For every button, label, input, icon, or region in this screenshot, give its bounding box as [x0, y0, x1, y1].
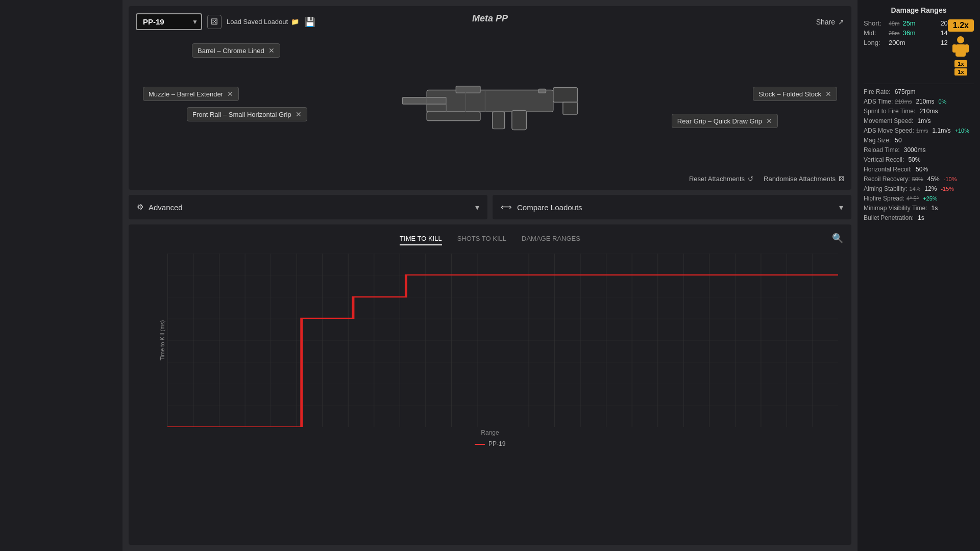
- svg-rect-38: [955, 44, 966, 57]
- tab-time-to-kill[interactable]: TIME TO KILL: [400, 233, 442, 245]
- long-value: 12: [940, 39, 947, 46]
- stat-aiming-stability: Aiming Stability: 14% 12% -15%: [864, 185, 974, 192]
- svg-rect-1: [403, 97, 447, 104]
- svg-rect-6: [493, 112, 505, 129]
- short-orig: 49m: [889, 20, 899, 27]
- barrel-label: Barrel – Chrome Lined: [198, 47, 264, 55]
- weapon-panel: PP-19 ▼ ⚄ Load Saved Loadout 📁 Meta PP 💾…: [129, 6, 851, 190]
- bullet-pen-value: 1s: [918, 214, 924, 221]
- randomise-icon: ⚄: [839, 175, 844, 183]
- damage-ranges-header: Damage Ranges: [864, 6, 974, 14]
- weapon-select[interactable]: PP-19: [136, 13, 202, 30]
- aiming-stability-new: 12%: [924, 185, 937, 192]
- mag-size-value: 50: [895, 137, 901, 144]
- chart-legend: PP-19: [137, 440, 843, 447]
- ads-move-orig: 1m/s: [916, 128, 928, 134]
- rear-grip-label: Rear Grip – Quick Draw Grip: [677, 117, 762, 125]
- barrel-remove-icon[interactable]: ✕: [268, 46, 275, 55]
- stat-hipfire: Hipfire Spread: 4° 5° +25%: [864, 195, 974, 202]
- stat-bullet-pen: Bullet Penetration: 1s: [864, 214, 974, 221]
- short-value: 20: [940, 19, 947, 27]
- legend-weapon-name: PP-19: [488, 440, 505, 447]
- svg-rect-5: [512, 110, 527, 130]
- load-saved-button[interactable]: Load Saved Loadout 📁: [227, 18, 299, 26]
- stat-sprint-fire: Sprint to Fire Time: 210ms: [864, 108, 974, 115]
- stats-list: Fire Rate: 675rpm ADS Time: 210ms 210ms …: [864, 88, 974, 221]
- zoom-icon[interactable]: 🔍: [832, 233, 843, 244]
- reload-value: 3000ms: [904, 146, 926, 154]
- damage-row-long: Long: 200m 12: [864, 39, 948, 46]
- chart-panel: TIME TO KILL SHOTS TO KILL DAMAGE RANGES…: [129, 224, 851, 545]
- barrel-attachment-tag[interactable]: Barrel – Chrome Lined ✕: [192, 43, 280, 58]
- svg-rect-12: [538, 89, 546, 93]
- vert-recoil-label: Vertical Recoil:: [864, 156, 904, 163]
- recoil-recovery-label: Recoil Recovery:: [864, 176, 910, 183]
- tab-shots-to-kill[interactable]: SHOTS TO KILL: [457, 233, 506, 245]
- mid-label: Mid:: [864, 29, 887, 37]
- long-new: 200m: [889, 39, 905, 46]
- chart-tabs: TIME TO KILL SHOTS TO KILL DAMAGE RANGES…: [137, 233, 843, 245]
- save-icon[interactable]: 💾: [304, 16, 315, 28]
- weapon-actions-row: Reset Attachments ↺ Randomise Attachment…: [136, 175, 844, 183]
- aiming-stability-label: Aiming Stability:: [864, 185, 907, 192]
- aiming-stability-delta: -15%: [941, 186, 954, 192]
- ads-move-delta: +10%: [955, 128, 969, 134]
- rear-grip-remove-icon[interactable]: ✕: [766, 117, 772, 125]
- long-label: Long:: [864, 39, 887, 46]
- minimap-label: Minimap Visibility Time:: [864, 205, 927, 212]
- recoil-recovery-new: 45%: [927, 176, 940, 183]
- damage-ranges-top: Short: 49m 25m 20 Mid: 28m 36m 14 Long: …: [864, 19, 974, 76]
- weapon-selector-row: PP-19 ▼ ⚄ Load Saved Loadout 📁 Meta PP 💾…: [136, 13, 844, 30]
- legend-item: PP-19: [475, 440, 506, 447]
- movement-value: 1m/s: [917, 117, 930, 124]
- weapon-select-wrap[interactable]: PP-19 ▼: [136, 13, 202, 30]
- svg-rect-4: [563, 102, 578, 114]
- stats-panel: Damage Ranges Short: 49m 25m 20 Mid: 28m…: [857, 0, 980, 551]
- dice-icon[interactable]: ⚄: [207, 15, 222, 29]
- vert-recoil-value: 50%: [908, 156, 920, 163]
- stat-vert-recoil: Vertical Recoil: 50%: [864, 156, 974, 163]
- stat-divider-1: [864, 84, 974, 84]
- minimap-value: 1s: [931, 205, 938, 212]
- short-label: Short:: [864, 19, 887, 27]
- small-badges: 1x 1x: [954, 60, 967, 76]
- front-rail-attachment-tag[interactable]: Front Rail – Small Horizontal Grip ✕: [187, 107, 307, 121]
- compare-chevron-icon: ▾: [839, 203, 843, 212]
- mid-value: 14: [940, 29, 947, 37]
- damage-ranges-section: Damage Ranges Short: 49m 25m 20 Mid: 28m…: [864, 6, 974, 76]
- optic-section: 1.2x 1x 1x: [948, 19, 974, 76]
- share-button[interactable]: Share ↗: [816, 18, 844, 26]
- horiz-recoil-value: 50%: [916, 166, 928, 173]
- muzzle-label: Muzzle – Barrel Extender: [149, 90, 223, 98]
- sprint-fire-label: Sprint to Fire Time:: [864, 108, 915, 115]
- advanced-compare-row: ⚙ Advanced ▾ ⟺ Compare Loadouts ▾: [129, 195, 851, 219]
- compare-section[interactable]: ⟺ Compare Loadouts ▾: [493, 195, 851, 219]
- torso-icon: [951, 36, 970, 58]
- stock-remove-icon[interactable]: ✕: [825, 90, 831, 98]
- randomise-label: Randomise Attachments: [764, 175, 836, 183]
- randomise-attachments-button[interactable]: Randomise Attachments ⚄: [764, 175, 844, 183]
- advanced-label: Advanced: [149, 203, 183, 212]
- front-rail-remove-icon[interactable]: ✕: [296, 110, 302, 118]
- folder-icon: 📁: [291, 18, 299, 26]
- stat-ads-time: ADS Time: 210ms 210ms 0%: [864, 98, 974, 105]
- advanced-section[interactable]: ⚙ Advanced ▾: [129, 195, 487, 219]
- tab-damage-ranges[interactable]: DAMAGE RANGES: [522, 233, 580, 245]
- reset-icon: ↺: [748, 175, 753, 183]
- ranges-table: Short: 49m 25m 20 Mid: 28m 36m 14 Long: …: [864, 19, 948, 48]
- hipfire-label: Hipfire Spread:: [864, 195, 904, 202]
- reset-attachments-button[interactable]: Reset Attachments ↺: [689, 175, 753, 183]
- hipfire-delta: +25%: [923, 195, 937, 202]
- legend-line-icon: [475, 444, 485, 445]
- main-content: PP-19 ▼ ⚄ Load Saved Loadout 📁 Meta PP 💾…: [122, 0, 857, 551]
- big-optic-badge: 1.2x: [948, 19, 974, 32]
- left-sidebar: [0, 0, 122, 551]
- stat-minimap: Minimap Visibility Time: 1s: [864, 205, 974, 212]
- rear-grip-attachment-tag[interactable]: Rear Grip – Quick Draw Grip ✕: [672, 114, 778, 128]
- muzzle-remove-icon[interactable]: ✕: [227, 90, 233, 98]
- front-rail-label: Front Rail – Small Horizontal Grip: [192, 111, 291, 118]
- share-icon: ↗: [838, 18, 844, 26]
- muzzle-attachment-tag[interactable]: Muzzle – Barrel Extender ✕: [143, 87, 239, 101]
- stock-attachment-tag[interactable]: Stock – Folded Stock ✕: [753, 87, 837, 101]
- aiming-stability-orig: 14%: [909, 186, 920, 192]
